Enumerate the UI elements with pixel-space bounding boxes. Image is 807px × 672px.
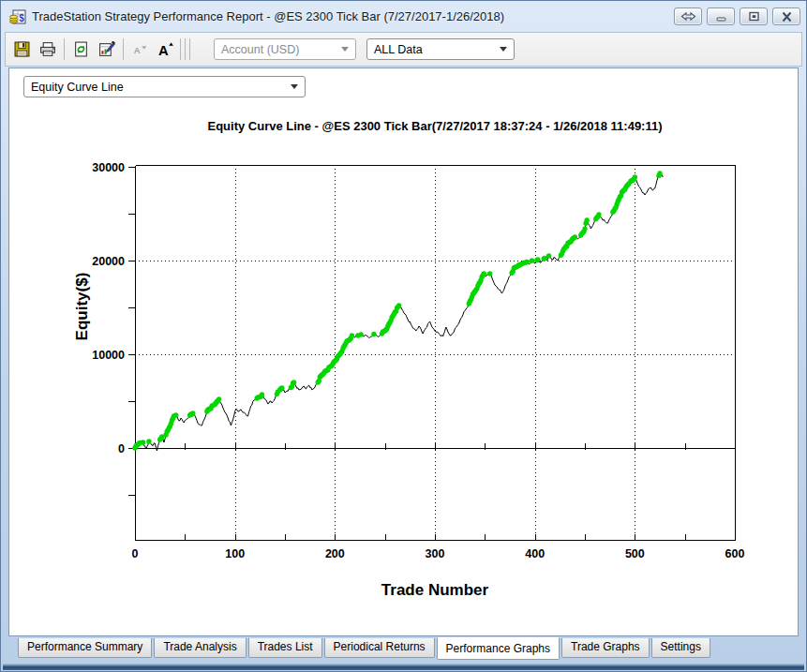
data-range-dropdown[interactable]: ALL Data <box>366 38 515 60</box>
equity-curve-chart: 01002003004005006000100002000030000Trade… <box>9 68 800 637</box>
window-bottom-edge <box>3 664 804 670</box>
window-title: TradeStation Strategy Performance Report… <box>32 9 504 23</box>
svg-text:600: 600 <box>725 547 745 560</box>
report-tab-bar: Performance SummaryTrade AnalysisTrades … <box>8 637 799 662</box>
report-settings-button[interactable] <box>94 37 119 62</box>
data-range-dropdown-value: ALL Data <box>374 43 423 56</box>
toolbar: A A Account (USD) ALL Data <box>5 32 802 67</box>
resize-horizontal-icon <box>680 11 696 22</box>
save-button[interactable] <box>9 37 35 62</box>
decrease-font-button[interactable]: A <box>127 37 153 62</box>
account-dropdown[interactable]: Account (USD) <box>214 38 356 60</box>
tab-trade-analysis[interactable]: Trade Analysis <box>154 638 246 658</box>
tab-periodical-returns[interactable]: Periodical Returns <box>324 638 435 658</box>
svg-text:Equity($): Equity($) <box>73 273 91 341</box>
report-settings-icon <box>98 41 115 57</box>
title-bar[interactable]: $ TradeStation Strategy Performance Repo… <box>1 1 806 32</box>
toolbar-separator <box>64 38 65 60</box>
svg-text:A: A <box>158 42 169 57</box>
refresh-button[interactable] <box>68 37 94 62</box>
toolbar-separator <box>185 38 186 60</box>
account-dropdown-value: Account (USD) <box>221 43 299 56</box>
tab-performance-summary[interactable]: Performance Summary <box>18 638 152 658</box>
print-button[interactable] <box>35 37 60 62</box>
close-icon <box>780 11 794 22</box>
svg-text:500: 500 <box>625 547 645 560</box>
svg-text:$: $ <box>19 13 24 23</box>
minimize-button[interactable] <box>707 7 735 25</box>
increase-font-icon: A <box>157 41 174 58</box>
refresh-icon <box>73 41 89 57</box>
tab-settings[interactable]: Settings <box>651 638 710 658</box>
resize-horizontal-button[interactable] <box>674 7 702 25</box>
svg-text:A: A <box>134 45 141 55</box>
svg-text:10000: 10000 <box>92 349 125 362</box>
print-icon <box>39 41 56 57</box>
close-button[interactable] <box>772 7 800 25</box>
tab-trades-list[interactable]: Trades List <box>248 638 322 658</box>
svg-text:0: 0 <box>118 442 125 455</box>
tab-performance-graphs[interactable]: Performance Graphs <box>437 637 560 660</box>
svg-text:100: 100 <box>225 547 245 560</box>
svg-text:200: 200 <box>325 547 345 560</box>
minimize-icon <box>714 10 728 22</box>
report-content-panel: Equity Curve Line Equity Curve Line - @E… <box>8 67 799 636</box>
svg-text:0: 0 <box>132 547 139 560</box>
svg-text:Trade Number: Trade Number <box>381 581 489 599</box>
chevron-down-icon <box>500 47 507 52</box>
toolbar-separator <box>189 38 190 60</box>
increase-font-button[interactable]: A <box>153 37 178 62</box>
tradestation-report-icon: $ <box>9 9 26 24</box>
chevron-down-icon <box>341 47 349 52</box>
svg-text:400: 400 <box>525 547 545 560</box>
tab-trade-graphs[interactable]: Trade Graphs <box>561 638 650 658</box>
svg-text:30000: 30000 <box>92 161 125 174</box>
restore-icon <box>747 10 761 22</box>
svg-text:300: 300 <box>426 547 445 560</box>
toolbar-separator <box>180 38 181 60</box>
restore-button[interactable] <box>740 7 768 25</box>
save-icon <box>14 41 30 57</box>
toolbar-separator <box>123 38 124 60</box>
svg-text:20000: 20000 <box>92 255 125 268</box>
report-window: $ TradeStation Strategy Performance Repo… <box>0 0 807 672</box>
decrease-font-icon: A <box>132 41 148 57</box>
